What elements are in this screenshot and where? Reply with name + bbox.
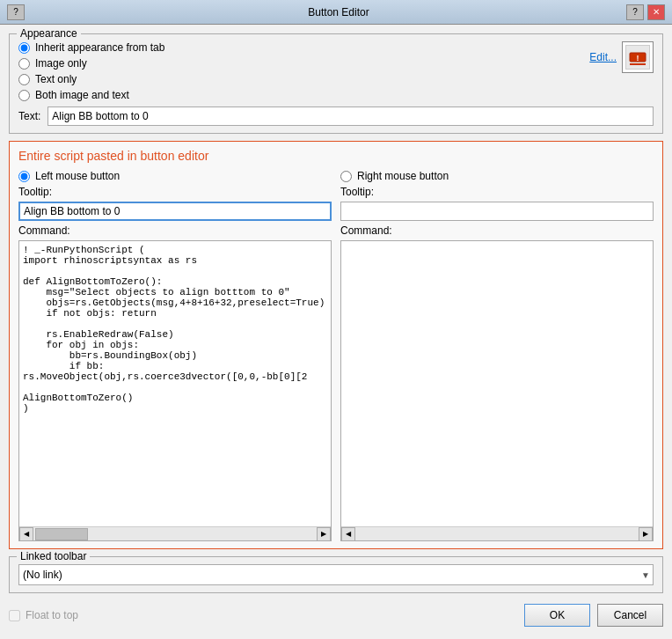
right-mouse-label: Right mouse button xyxy=(357,170,449,182)
right-scroll-right[interactable]: ▶ xyxy=(639,527,653,541)
linked-toolbar-label: Linked toolbar xyxy=(17,550,90,562)
left-scroll-left[interactable]: ◀ xyxy=(19,527,33,541)
left-command-area[interactable] xyxy=(19,241,331,526)
appearance-group: Appearance Inherit appearance from tab I… xyxy=(9,33,663,134)
dialog-body: Appearance Inherit appearance from tab I… xyxy=(0,25,672,639)
left-mouse-label: Left mouse button xyxy=(35,170,120,182)
button-icon-preview[interactable]: ! xyxy=(622,41,654,73)
radio-inherit-input[interactable] xyxy=(18,42,30,54)
left-scrollbar-x: ◀ ▶ xyxy=(19,526,331,540)
float-label: Float to top xyxy=(26,609,78,621)
text-row: Text: xyxy=(18,106,654,126)
float-checkbox-row: Float to top xyxy=(9,609,78,621)
left-column: Left mouse button Tooltip: Command: ◀ ▶ xyxy=(18,170,332,541)
text-input[interactable] xyxy=(47,106,654,126)
appearance-radios: Inherit appearance from tab Image only T… xyxy=(18,41,164,101)
right-scroll-track xyxy=(355,527,639,541)
select-wrapper: (No link) ▼ xyxy=(18,564,654,585)
dialog-buttons: OK Cancel xyxy=(524,604,663,627)
linked-toolbar-select[interactable]: (No link) xyxy=(18,564,654,585)
button-icon-inner: ! xyxy=(625,45,650,70)
title-bar: ? Button Editor ? ✕ xyxy=(0,0,672,25)
ok-button[interactable]: OK xyxy=(524,604,590,627)
left-scroll-thumb[interactable] xyxy=(35,528,88,540)
right-command-label: Command: xyxy=(340,224,654,237)
right-tooltip-input[interactable] xyxy=(340,202,654,221)
close-button[interactable]: ✕ xyxy=(647,4,665,20)
left-mouse-row: Left mouse button xyxy=(18,170,332,182)
help-button[interactable]: ? xyxy=(7,4,25,20)
right-command-wrapper: ◀ ▶ xyxy=(340,240,654,541)
radio-inherit: Inherit appearance from tab xyxy=(18,41,164,54)
radio-image-label: Image only xyxy=(35,57,87,70)
radio-both: Both image and text xyxy=(18,89,164,101)
appearance-right: Edit... ! xyxy=(589,41,654,73)
left-scroll-track xyxy=(33,527,317,541)
left-mouse-radio[interactable] xyxy=(18,171,30,182)
cancel-button[interactable]: Cancel xyxy=(597,604,663,627)
right-command-area[interactable] xyxy=(341,241,653,526)
radio-text-input[interactable] xyxy=(18,74,30,85)
edit-link[interactable]: Edit... xyxy=(589,51,617,63)
float-checkbox[interactable] xyxy=(9,610,20,621)
radio-image-input[interactable] xyxy=(18,58,30,70)
right-mouse-row: Right mouse button xyxy=(340,170,654,182)
left-tooltip-input[interactable] xyxy=(18,202,332,221)
svg-text:!: ! xyxy=(637,54,639,62)
right-tooltip-label: Tooltip: xyxy=(340,186,654,198)
radio-both-label: Both image and text xyxy=(35,89,129,101)
radio-both-input[interactable] xyxy=(18,90,30,101)
appearance-group-label: Appearance xyxy=(17,27,81,40)
radio-image: Image only xyxy=(18,57,164,70)
left-command-wrapper: ◀ ▶ xyxy=(18,240,332,541)
radio-inherit-label: Inherit appearance from tab xyxy=(35,41,164,54)
help-icon-button[interactable]: ? xyxy=(626,4,644,20)
linked-toolbar-section: Linked toolbar (No link) ▼ xyxy=(9,556,663,593)
radio-text: Text only xyxy=(18,73,164,85)
right-scrollbar-x: ◀ ▶ xyxy=(341,526,653,540)
script-section: Entire script pasted in button editor Le… xyxy=(9,141,663,549)
right-column: Right mouse button Tooltip: Command: ◀ ▶ xyxy=(340,170,654,541)
dialog-title: Button Editor xyxy=(51,6,626,18)
button-icon-svg: ! xyxy=(628,48,647,67)
script-columns: Left mouse button Tooltip: Command: ◀ ▶ xyxy=(18,170,654,541)
right-mouse-radio[interactable] xyxy=(340,171,352,182)
left-scroll-right[interactable]: ▶ xyxy=(317,527,331,541)
radio-text-label: Text only xyxy=(35,73,77,85)
script-title: Entire script pasted in button editor xyxy=(18,149,654,163)
right-scroll-left[interactable]: ◀ xyxy=(341,527,355,541)
bottom-bar: Float to top OK Cancel xyxy=(9,600,663,630)
text-label: Text: xyxy=(18,110,40,122)
left-command-label: Command: xyxy=(18,224,332,237)
left-tooltip-label: Tooltip: xyxy=(18,186,332,198)
